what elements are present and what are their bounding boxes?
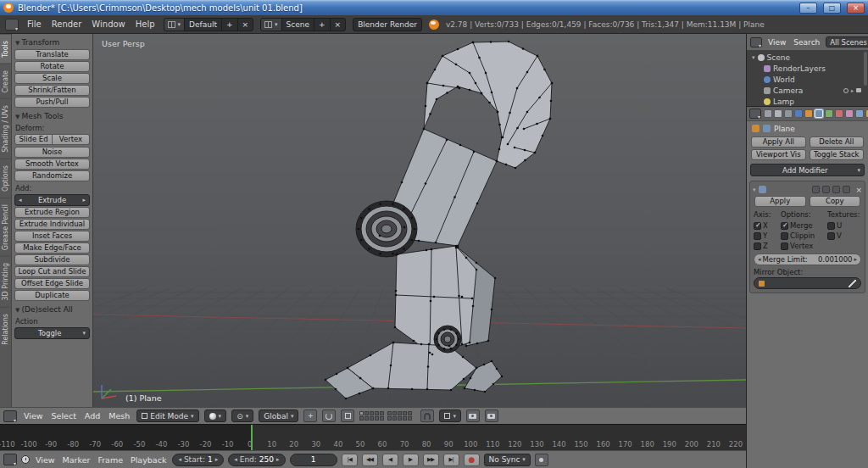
mesh-vertex[interactable] xyxy=(359,377,362,380)
mesh-vertex[interactable] xyxy=(426,249,428,252)
mesh-vertex[interactable] xyxy=(347,367,349,370)
mesh-vertex[interactable] xyxy=(414,228,416,231)
mesh-vertex[interactable] xyxy=(491,92,493,94)
mesh-vertex[interactable] xyxy=(505,164,508,166)
mesh-vertex[interactable] xyxy=(496,368,498,370)
mesh-vertex[interactable] xyxy=(403,248,405,250)
mesh-vertex[interactable] xyxy=(413,340,415,343)
mesh-vertex[interactable] xyxy=(437,332,440,335)
transform-orientation-dropdown[interactable]: Global ▾ xyxy=(259,410,298,422)
layer-16[interactable] xyxy=(387,416,392,421)
mesh-vertex[interactable] xyxy=(509,112,511,114)
texture-v-checkbox[interactable]: V xyxy=(827,231,861,241)
mesh-vertex[interactable] xyxy=(514,147,516,149)
mesh-vertex[interactable] xyxy=(490,41,492,43)
mesh-vertex[interactable] xyxy=(387,387,390,390)
mesh-vertex[interactable] xyxy=(410,217,413,220)
mesh-vertex[interactable] xyxy=(461,343,464,346)
outliner-search-menu[interactable]: Search xyxy=(792,38,821,47)
mesh-vertex[interactable] xyxy=(442,85,445,87)
mirror-object-field[interactable] xyxy=(754,277,861,289)
properties-tab-render-icon[interactable] xyxy=(764,109,772,118)
mesh-vertex[interactable] xyxy=(359,393,361,395)
scale-button[interactable]: Scale xyxy=(14,73,90,84)
mesh-vertex[interactable] xyxy=(458,295,460,298)
layer-9[interactable] xyxy=(375,416,379,421)
mesh-vertex[interactable] xyxy=(410,239,413,242)
render-toggle-icon[interactable] xyxy=(812,186,820,193)
screen-layout-name[interactable]: Default xyxy=(184,19,221,31)
mesh-vertex[interactable] xyxy=(550,100,553,103)
mesh-vertex[interactable] xyxy=(392,342,395,344)
mesh-vertex[interactable] xyxy=(453,196,456,198)
mesh-vertex[interactable] xyxy=(446,92,448,94)
delete-scene-button[interactable]: × xyxy=(330,19,346,31)
mesh-vertex[interactable] xyxy=(325,379,327,382)
mesh-menu[interactable]: Mesh xyxy=(107,411,131,421)
rotate-manipulator-icon[interactable] xyxy=(322,410,336,422)
mesh-vertex[interactable] xyxy=(430,300,432,303)
mesh-vertex[interactable] xyxy=(524,159,526,162)
layer-3[interactable] xyxy=(370,411,374,415)
mesh-vertex[interactable] xyxy=(431,354,434,356)
mesh-vertex[interactable] xyxy=(549,118,552,120)
mesh-vertex[interactable] xyxy=(442,55,444,58)
add-layout-button[interactable]: + xyxy=(221,19,237,31)
layer-6[interactable] xyxy=(359,416,364,421)
play-reverse-button[interactable]: ◀ xyxy=(382,454,398,466)
tab-relations[interactable]: Relations xyxy=(0,307,11,351)
slide-vertex-button[interactable]: Vertex xyxy=(53,134,90,145)
mesh-vertex[interactable] xyxy=(425,105,427,108)
mesh-vertex[interactable] xyxy=(443,348,446,350)
mesh-vertex[interactable] xyxy=(335,388,337,391)
mesh-vertex[interactable] xyxy=(395,290,398,292)
decrement-icon[interactable]: ◂ xyxy=(758,256,761,263)
timeline-playback-menu[interactable]: Playback xyxy=(129,455,168,465)
decrement-icon[interactable]: ◂ xyxy=(178,456,181,463)
mesh-vertex[interactable] xyxy=(469,342,471,344)
axis-y-checkbox[interactable]: Y xyxy=(754,231,779,241)
decrement-icon[interactable]: ◂ xyxy=(234,456,237,463)
renderable-camera-icon[interactable] xyxy=(856,88,861,92)
slide-edge-button[interactable]: Slide Ed xyxy=(14,134,53,145)
mesh-vertex[interactable] xyxy=(458,338,460,341)
mesh-face[interactable] xyxy=(348,343,476,390)
delete-all-button[interactable]: Delete All xyxy=(810,136,865,148)
panel-transform-header[interactable]: Transform xyxy=(13,35,92,48)
mesh-vertex[interactable] xyxy=(429,352,431,354)
scale-manipulator-icon[interactable] xyxy=(341,410,354,422)
layer-4[interactable] xyxy=(375,411,379,415)
mesh-vertex[interactable] xyxy=(436,98,438,101)
scene-canvas[interactable] xyxy=(93,34,746,407)
mesh-vertex[interactable] xyxy=(360,239,363,242)
select-menu[interactable]: Select xyxy=(50,411,78,421)
mesh-vertex[interactable] xyxy=(455,64,458,66)
mesh-vertex[interactable] xyxy=(358,228,360,231)
tab-shading-uvs[interactable]: Shading / UVs xyxy=(0,98,11,159)
texture-u-checkbox[interactable]: U xyxy=(827,220,861,231)
duplicate-button[interactable]: Duplicate xyxy=(14,290,90,301)
option-clipping-checkbox[interactable]: Clippin xyxy=(781,231,826,241)
mesh-vertex[interactable] xyxy=(435,242,437,244)
subdivide-button[interactable]: Subdivide xyxy=(14,254,90,265)
mesh-vertex[interactable] xyxy=(481,92,483,95)
layer-17[interactable] xyxy=(392,416,397,421)
mesh-vertex[interactable] xyxy=(401,181,403,184)
mesh-vertex[interactable] xyxy=(485,72,487,75)
mesh-vertex[interactable] xyxy=(379,203,381,205)
mesh-vertex[interactable] xyxy=(469,89,471,92)
viewport-shading-dropdown[interactable]: ▾ xyxy=(204,410,227,422)
mesh-vertex[interactable] xyxy=(496,160,498,163)
properties-tab-render-layers-icon[interactable] xyxy=(774,109,782,118)
mesh-vertex[interactable] xyxy=(473,151,476,153)
panel-deselect-all-header[interactable]: (De)select All xyxy=(13,302,92,315)
mesh-vertex[interactable] xyxy=(446,139,448,142)
translate-button[interactable]: Translate xyxy=(14,49,90,60)
mesh-vertex[interactable] xyxy=(472,42,475,44)
layer-13[interactable] xyxy=(398,411,402,415)
mesh-vertex[interactable] xyxy=(379,253,381,255)
mesh-vertex[interactable] xyxy=(459,87,461,90)
mesh-vertex[interactable] xyxy=(487,340,490,343)
minimize-button[interactable]: – xyxy=(799,3,817,14)
timeline-frame-menu[interactable]: Frame xyxy=(96,455,125,465)
